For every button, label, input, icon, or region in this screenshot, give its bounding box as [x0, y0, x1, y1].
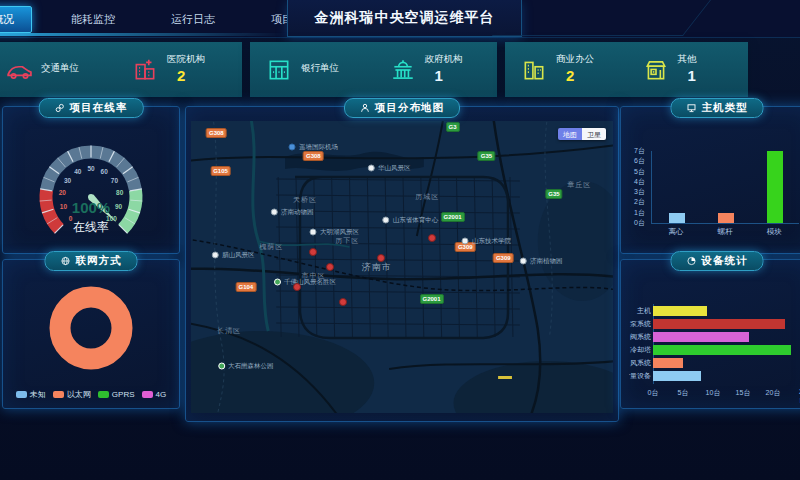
blue-poi-icon [289, 144, 296, 151]
poi-label: 济南植物园 [530, 257, 563, 266]
poi-marker: 山东技术学院 [462, 236, 511, 245]
panel-title-text: 设备统计 [702, 254, 748, 268]
stat-traffic: 交通单位 [0, 42, 116, 97]
white-poi-icon [383, 217, 390, 224]
device-chart-x-axis: 0台5台10台15台20台25台 [653, 388, 800, 398]
category-label: 离心 [651, 227, 700, 237]
device-row: 风系统 [629, 356, 800, 369]
satellite-mode-button[interactable]: 卫星 [582, 128, 606, 140]
device-chart-rows: 主机泵系统阀系统冷却塔风系统计量设备 [629, 304, 800, 382]
y-axis-tick: 4台 [634, 177, 645, 187]
category-label: 螺杆 [700, 227, 749, 237]
stat-card-3: 商业办公2 其他1 [505, 42, 748, 97]
bar-column [652, 151, 701, 223]
globe-icon [61, 256, 71, 266]
stat-value: 2 [167, 67, 205, 84]
gauge-tick-label: 80 [116, 189, 123, 196]
bar [718, 213, 734, 223]
map-mode-button[interactable]: 地图 [558, 128, 582, 140]
legend-item[interactable]: 4G [142, 389, 167, 400]
gauge-value: 100% [3, 199, 179, 216]
tab-overview[interactable]: 概况 [0, 6, 32, 33]
bar [669, 213, 685, 223]
stat-label: 其他 [678, 54, 697, 65]
stat-card-1: 交通单位 医院机构2 [0, 42, 242, 97]
map-type-control: 地图 卫星 [558, 128, 606, 140]
stat-value: 2 [556, 67, 594, 84]
legend-swatch [142, 391, 153, 398]
green-poi-icon [274, 278, 281, 285]
district-label: 天桥区 [293, 195, 317, 205]
poi-label: 山东技术学院 [472, 236, 511, 245]
gauge-tick-label: 30 [64, 176, 71, 183]
bar [653, 319, 785, 329]
device-label: 阀系统 [629, 332, 651, 342]
white-poi-icon [520, 258, 527, 265]
device-label: 计量设备 [629, 371, 651, 381]
legend-label: 以太网 [67, 389, 91, 400]
title-decoration [492, 0, 711, 36]
stats-row: 交通单位 医院机构2 银行单位 政府机构1 [0, 42, 800, 97]
panel-host-title: 主机类型 [671, 98, 764, 118]
y-axis-tick: 7台 [634, 146, 645, 156]
person-icon [360, 103, 370, 113]
office-icon [521, 57, 547, 83]
road-badge: G2001 [441, 212, 465, 222]
poi-label: 华山风景区 [378, 163, 411, 172]
road-badge: G309 [493, 253, 514, 263]
y-axis-tick: 0台 [634, 218, 645, 228]
legend-swatch [53, 391, 64, 398]
poi-label: 大明湖风景区 [320, 227, 359, 236]
map-canvas[interactable]: G308G308G105G3G35G35G2001G2001G309G309G1… [191, 121, 613, 413]
y-axis-tick: 2台 [634, 197, 645, 207]
chain-link-icon [55, 103, 65, 113]
car-icon [6, 57, 32, 83]
project-marker[interactable] [309, 248, 317, 256]
legend-swatch [16, 391, 27, 398]
legend-label: 4G [156, 390, 167, 399]
panel-device-stats: 设备统计 主机泵系统阀系统冷却塔风系统计量设备 0台5台10台15台20台25台 [620, 259, 800, 409]
legend-item[interactable]: 未知 [16, 389, 46, 400]
stat-label: 交通单位 [41, 63, 79, 74]
bar-track [653, 371, 800, 381]
stat-label: 政府机构 [425, 54, 463, 65]
device-label: 冷却塔 [629, 345, 651, 355]
legend-label: 未知 [30, 389, 46, 400]
stat-other: 其他1 [627, 42, 749, 97]
category-label: 模块 [750, 227, 799, 237]
device-label: 主机 [629, 306, 651, 316]
legend-item[interactable]: 以太网 [53, 389, 91, 400]
bar [653, 358, 683, 368]
monitor-icon [687, 103, 697, 113]
road-badge: G105 [210, 166, 231, 176]
tab-run-log[interactable]: 运行日志 [154, 7, 232, 32]
panel-map-title: 项目分布地图 [344, 98, 460, 118]
panel-device-title: 设备统计 [671, 251, 764, 271]
legend-label: GPRS [112, 390, 135, 399]
legend-item[interactable]: GPRS [98, 389, 135, 400]
project-marker[interactable] [326, 263, 334, 271]
panel-host-type: 主机类型 0台1台2台3台4台5台6台7台 离心螺杆模块 [620, 106, 800, 254]
project-marker[interactable] [377, 254, 385, 262]
white-poi-icon [310, 228, 317, 235]
panel-title-text: 项目分布地图 [375, 101, 444, 115]
district-label: 历下区 [335, 236, 359, 246]
stat-label: 医院机构 [167, 54, 205, 65]
project-marker[interactable] [293, 283, 301, 291]
gauge-tick-label: 70 [111, 176, 118, 183]
host-chart-y-axis: 0台1台2台3台4台5台6台7台 [623, 151, 647, 223]
y-axis-tick: 6台 [634, 156, 645, 166]
legend-swatch [98, 391, 109, 398]
project-marker[interactable] [339, 298, 347, 306]
bar-track [653, 345, 800, 355]
white-poi-icon [271, 208, 278, 215]
panel-online-rate-title: 项目在线率 [39, 98, 144, 118]
white-poi-icon [212, 252, 219, 259]
pie-icon [687, 256, 697, 266]
bar [653, 332, 749, 342]
x-axis-tick: 10台 [706, 388, 721, 398]
tab-energy-monitor[interactable]: 能耗监控 [54, 7, 132, 32]
y-axis-tick: 1台 [634, 208, 645, 218]
district-label: 长清区 [217, 326, 241, 336]
project-marker[interactable] [428, 234, 436, 242]
